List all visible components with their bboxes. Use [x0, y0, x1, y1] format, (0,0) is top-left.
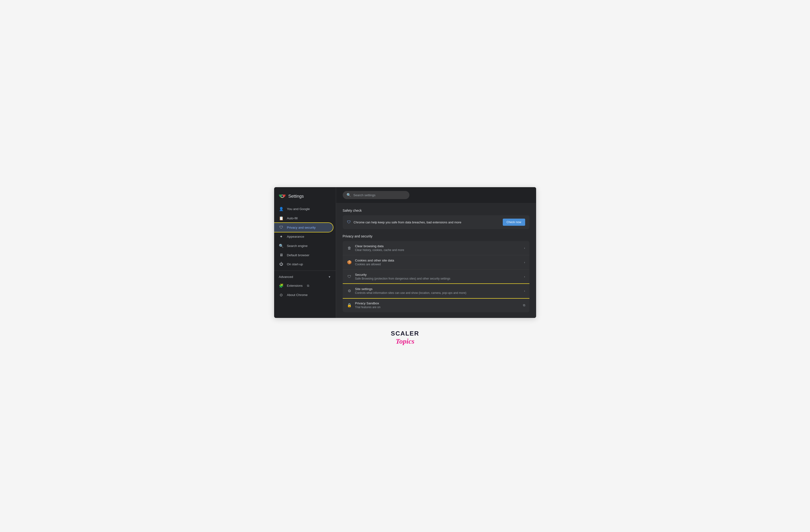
settings-logo: Settings [274, 191, 336, 204]
site-settings-arrow-icon: › [524, 289, 525, 293]
security-arrow-icon: › [524, 275, 525, 278]
sidebar-label-privacy-and-security: Privacy and security [287, 226, 316, 229]
sidebar-label-default-browser: Default browser [287, 253, 310, 257]
sidebar-item-auto-fill[interactable]: 📋 Auto-fill [274, 214, 333, 223]
site-settings-title: Site settings [355, 287, 521, 291]
startup-icon: ⏻ [279, 262, 284, 266]
clear-data-subtitle: Clear history, cookies, cache and more [355, 248, 521, 252]
cookies-text: Cookies and other site data Cookies are … [355, 259, 521, 266]
advanced-label: Advanced [279, 275, 293, 279]
sidebar-item-you-and-google[interactable]: 👤 You and Google [274, 204, 333, 214]
scaler-logo: SCALER Topics [391, 330, 419, 345]
chrome-icon [279, 193, 286, 199]
clear-data-text: Clear browsing data Clear history, cooki… [355, 244, 521, 252]
browser-window: Settings 👤 You and Google 📋 Auto-fill 🛡 … [274, 187, 536, 318]
sidebar-label-search-engine: Search engine [287, 244, 308, 248]
sidebar-label-you-and-google: You and Google [287, 207, 310, 211]
settings-title: Settings [288, 194, 304, 199]
search-bar-row: 🔍 [336, 187, 536, 203]
cookies-item[interactable]: 🍪 Cookies and other site data Cookies ar… [343, 255, 530, 270]
scaler-text: SCALER [391, 330, 419, 337]
sidebar-item-search-engine[interactable]: 🔍 Search engine [274, 241, 333, 251]
privacy-sandbox-text: Privacy Sandbox Trial features are on [355, 302, 520, 309]
topics-text: Topics [395, 338, 415, 345]
about-chrome-icon: ⊙ [279, 293, 284, 297]
cookies-subtitle: Cookies are allowed [355, 263, 521, 266]
security-subtitle: Safe Browsing (protection from dangerous… [355, 277, 521, 280]
safety-check-section-title: Safety check [343, 209, 530, 212]
privacy-sandbox-subtitle: Trial features are on [355, 306, 520, 309]
search-icon: 🔍 [279, 244, 284, 248]
privacy-sandbox-external-icon: ⧉ [523, 303, 525, 307]
sidebar-item-about-chrome[interactable]: ⊙ About Chrome [274, 290, 333, 300]
cookies-icon: 🍪 [347, 260, 352, 264]
sidebar-item-extensions[interactable]: 🧩 Extensions ⧉ [274, 281, 333, 290]
main-content: 🔍 Safety check 🛡 Chrome can help keep yo… [336, 187, 536, 318]
clear-data-arrow-icon: › [524, 246, 525, 250]
security-item[interactable]: 🛡 Security Safe Browsing (protection fro… [343, 270, 530, 284]
search-bar[interactable]: 🔍 [343, 191, 409, 199]
security-icon: 🛡 [347, 275, 352, 279]
clear-data-title: Clear browsing data [355, 244, 521, 248]
security-text: Security Safe Browsing (protection from … [355, 273, 521, 280]
site-settings-icon: ⚙ [347, 289, 352, 293]
check-now-button[interactable]: Check now [503, 219, 525, 226]
chevron-down-icon: ▼ [328, 275, 331, 279]
safety-check-card: 🛡 Chrome can help keep you safe from dat… [343, 215, 530, 229]
sidebar-item-privacy-and-security[interactable]: 🛡 Privacy and security [274, 223, 333, 232]
safety-check-icon: 🛡 [347, 220, 351, 224]
privacy-sandbox-item[interactable]: 🔒 Privacy Sandbox Trial features are on … [343, 298, 530, 312]
privacy-sandbox-title: Privacy Sandbox [355, 302, 520, 305]
cookies-title: Cookies and other site data [355, 259, 521, 262]
security-title: Security [355, 273, 521, 276]
sidebar-item-appearance[interactable]: ✦ Appearance [274, 232, 333, 241]
clear-browsing-data-item[interactable]: 🗑 Clear browsing data Clear history, coo… [343, 241, 530, 255]
sidebar-label-on-start-up: On start-up [287, 262, 303, 266]
safety-check-left: 🛡 Chrome can help keep you safe from dat… [347, 220, 461, 224]
sidebar-label-extensions: Extensions [287, 284, 303, 287]
advanced-section[interactable]: Advanced ▼ [274, 273, 336, 281]
browser-icon: 🖥 [279, 253, 284, 257]
search-input[interactable] [353, 193, 406, 197]
privacy-section-title: Privacy and security [343, 234, 530, 238]
extensions-icon: 🧩 [279, 284, 284, 288]
person-icon: 👤 [279, 207, 284, 211]
sidebar: Settings 👤 You and Google 📋 Auto-fill 🛡 … [274, 187, 336, 318]
sidebar-item-on-start-up[interactable]: ⏻ On start-up [274, 260, 333, 269]
scaler-logo-area: SCALER Topics [391, 330, 419, 345]
search-bar-icon: 🔍 [346, 193, 351, 197]
shield-icon: 🛡 [279, 225, 284, 229]
site-settings-text: Site settings Controls what information … [355, 287, 521, 294]
sidebar-label-appearance: Appearance [287, 235, 304, 238]
settings-layout: Settings 👤 You and Google 📋 Auto-fill 🛡 … [274, 187, 536, 318]
content-area: Safety check 🛡 Chrome can help keep you … [336, 203, 536, 318]
autofill-icon: 📋 [279, 216, 284, 221]
privacy-settings-list: 🗑 Clear browsing data Clear history, coo… [343, 241, 530, 312]
clear-data-icon: 🗑 [347, 246, 352, 250]
sidebar-label-auto-fill: Auto-fill [287, 216, 298, 220]
site-settings-item[interactable]: ⚙ Site settings Controls what informatio… [343, 284, 530, 298]
appearance-icon: ✦ [279, 234, 284, 239]
safety-check-description: Chrome can help keep you safe from data … [354, 221, 461, 224]
cookies-arrow-icon: › [524, 260, 525, 264]
site-settings-subtitle: Controls what information sites can use … [355, 291, 521, 294]
sidebar-item-default-browser[interactable]: 🖥 Default browser [274, 251, 333, 260]
privacy-sandbox-icon: 🔒 [347, 303, 352, 307]
external-link-icon: ⧉ [307, 284, 309, 288]
sidebar-label-about-chrome: About Chrome [287, 293, 308, 297]
